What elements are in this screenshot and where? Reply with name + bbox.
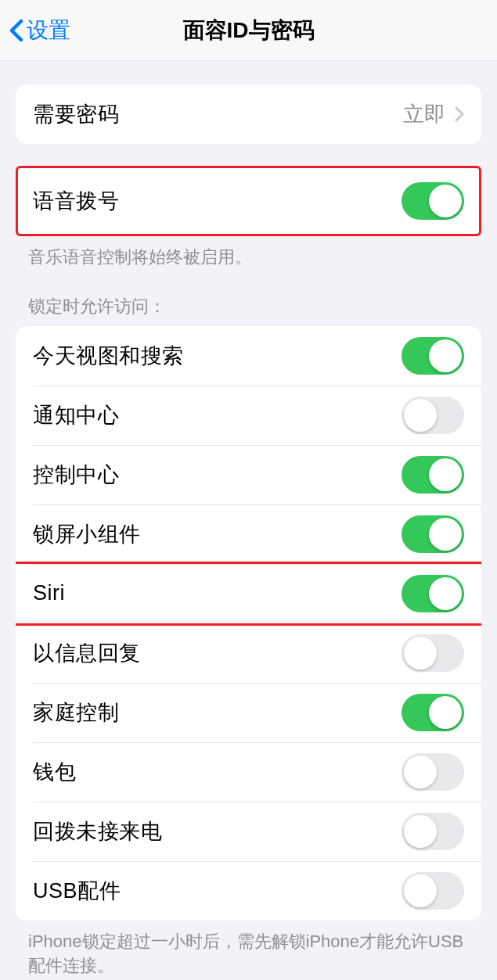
control-center-label: 控制中心 — [33, 461, 119, 489]
wallet-cell[interactable]: 钱包 — [16, 742, 481, 802]
locked-access-header: 锁定时允许访问： — [0, 270, 497, 326]
control-center-switch[interactable] — [402, 456, 464, 494]
locked-access-footer: iPhone锁定超过一小时后，需先解锁iPhone才能允许USB配件连接。 — [0, 921, 497, 978]
lock-screen-widgets-label: 锁屏小组件 — [33, 520, 141, 548]
back-button[interactable]: 设置 — [9, 16, 70, 45]
notification-center-switch[interactable] — [402, 397, 464, 434]
home-control-switch[interactable] — [402, 694, 464, 731]
voice-dial-cell[interactable]: 语音拨号 — [16, 166, 481, 236]
voice-dial-group: 语音拨号 — [16, 166, 481, 236]
home-control-label: 家庭控制 — [33, 698, 119, 727]
lock-screen-widgets-cell[interactable]: 锁屏小组件 — [16, 504, 481, 564]
return-missed-calls-label: 回拨未接来电 — [33, 817, 162, 845]
locked-access-group: 今天视图和搜索 通知中心 控制中心 锁屏小组件 Siri 以信息回复 家庭控制 — [16, 326, 481, 921]
reply-with-message-label: 以信息回复 — [33, 639, 141, 667]
usb-accessories-label: USB配件 — [33, 877, 121, 905]
passcode-group: 需要密码 立即 — [16, 84, 481, 144]
siri-cell[interactable]: Siri — [16, 564, 481, 623]
notification-center-label: 通知中心 — [33, 401, 119, 429]
reply-with-message-switch[interactable] — [402, 634, 464, 672]
cell-right: 立即 — [403, 100, 464, 128]
home-control-cell[interactable]: 家庭控制 — [16, 683, 481, 742]
return-missed-calls-cell[interactable]: 回拨未接来电 — [16, 802, 481, 861]
require-passcode-cell[interactable]: 需要密码 立即 — [16, 84, 481, 144]
wallet-label: 钱包 — [33, 758, 76, 786]
chevron-right-icon — [455, 106, 464, 122]
control-center-cell[interactable]: 控制中心 — [16, 445, 481, 504]
reply-with-message-cell[interactable]: 以信息回复 — [16, 623, 481, 683]
chevron-left-icon — [9, 19, 23, 42]
usb-accessories-cell[interactable]: USB配件 — [16, 861, 481, 921]
voice-dial-footer: 音乐语音控制将始终被启用。 — [0, 236, 497, 270]
lock-screen-widgets-switch[interactable] — [402, 515, 464, 553]
wallet-switch[interactable] — [402, 753, 464, 791]
back-label: 设置 — [27, 16, 70, 45]
return-missed-calls-switch[interactable] — [402, 813, 464, 850]
usb-accessories-switch[interactable] — [402, 872, 464, 910]
voice-dial-switch[interactable] — [402, 182, 464, 220]
require-passcode-value: 立即 — [403, 100, 445, 128]
navbar: 设置 面容ID与密码 — [0, 0, 497, 61]
require-passcode-label: 需要密码 — [33, 100, 119, 128]
voice-dial-label: 语音拨号 — [33, 187, 119, 215]
siri-label: Siri — [33, 581, 65, 605]
today-view-switch[interactable] — [402, 337, 464, 375]
today-view-label: 今天视图和搜索 — [33, 342, 184, 370]
notification-center-cell[interactable]: 通知中心 — [16, 386, 481, 445]
today-view-cell[interactable]: 今天视图和搜索 — [16, 326, 481, 386]
siri-switch[interactable] — [402, 575, 464, 612]
page-title: 面容ID与密码 — [183, 16, 315, 45]
